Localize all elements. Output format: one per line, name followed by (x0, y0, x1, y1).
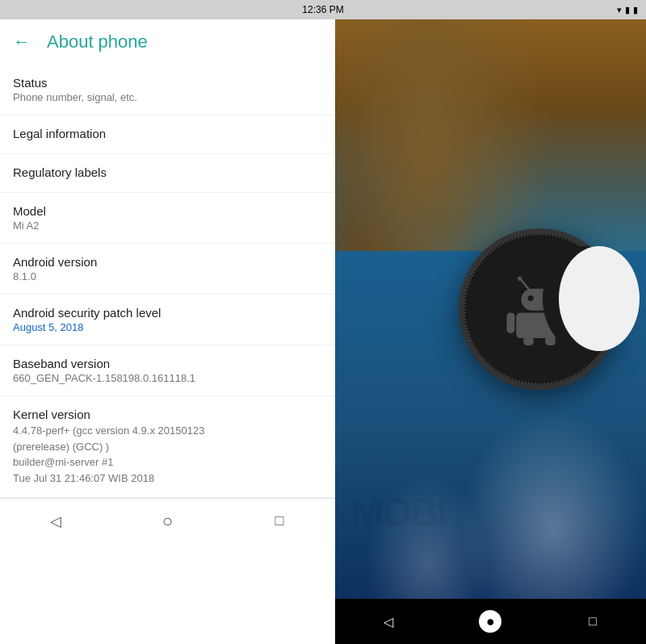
wifi-icon: ▾ (617, 5, 622, 15)
list-item-android-version[interactable]: Android version 8.1.0 (0, 244, 335, 295)
main-layout: ← About phone Status Phone number, signa… (0, 19, 646, 644)
list-item-security-patch[interactable]: Android security patch level August 5, 2… (0, 295, 335, 345)
baseband-title: Baseband version (13, 357, 322, 370)
android-version-subtitle: 8.1.0 (13, 270, 322, 282)
recent-nav-button-right[interactable]: □ (577, 605, 609, 638)
kernel-title: Kernel version (13, 408, 322, 421)
model-subtitle: Mi A2 (13, 220, 322, 232)
recent-nav-button-left[interactable]: □ (263, 505, 296, 537)
right-panel: MOBI ◁ ● □ (335, 19, 646, 644)
oreo-icon (459, 228, 620, 390)
status-title: Status (13, 76, 322, 90)
oreo-cookie (459, 228, 620, 390)
back-nav-button-right[interactable]: ◁ (372, 605, 405, 638)
list-item-status[interactable]: Status Phone number, signal, etc. (0, 65, 335, 115)
battery-icon: ▮ (633, 5, 638, 15)
model-title: Model (13, 204, 322, 218)
bottom-nav-left: ◁ ○ □ (0, 498, 335, 543)
home-nav-button-right[interactable]: ● (479, 610, 501, 633)
wallpaper-scene: MOBI (335, 19, 646, 599)
page-title: About phone (47, 31, 148, 52)
security-patch-subtitle: August 5, 2018 (13, 321, 322, 333)
back-button[interactable]: ← (13, 33, 31, 51)
status-bar-time: 12:36 PM (302, 4, 343, 15)
crescent-moon (559, 246, 640, 351)
status-bar: 12:36 PM ▾ ▮ ▮ (0, 0, 646, 19)
list-item-legal[interactable]: Legal information (0, 115, 335, 154)
list-item-kernel[interactable]: Kernel version 4.4.78-perf+ (gcc version… (0, 396, 335, 498)
home-nav-button-left[interactable]: ○ (151, 505, 183, 537)
settings-list: Status Phone number, signal, etc. Legal … (0, 65, 335, 498)
list-item-baseband[interactable]: Baseband version 660_GEN_PACK-1.158198.0… (0, 345, 335, 396)
kernel-subtitle: 4.4.78-perf+ (gcc version 4.9.x 20150123… (13, 423, 322, 486)
status-bar-icons: ▾ ▮ ▮ (617, 5, 638, 15)
app-header: ← About phone (0, 19, 335, 65)
left-panel: ← About phone Status Phone number, signa… (0, 19, 335, 498)
bottom-nav-right: ◁ ● □ (335, 599, 646, 644)
security-patch-title: Android security patch level (13, 306, 322, 320)
list-item-model[interactable]: Model Mi A2 (0, 193, 335, 244)
back-nav-button-left[interactable]: ◁ (40, 505, 72, 537)
signal-icon: ▮ (625, 5, 630, 15)
android-version-title: Android version (13, 255, 322, 269)
list-item-regulatory[interactable]: Regulatory labels (0, 154, 335, 193)
left-panel-wrapper: ← About phone Status Phone number, signa… (0, 19, 335, 644)
regulatory-title: Regulatory labels (13, 165, 322, 179)
legal-title: Legal information (13, 127, 322, 140)
baseband-subtitle: 660_GEN_PACK-1.158198.0.161118.1 (13, 372, 322, 384)
status-subtitle: Phone number, signal, etc. (13, 91, 322, 103)
